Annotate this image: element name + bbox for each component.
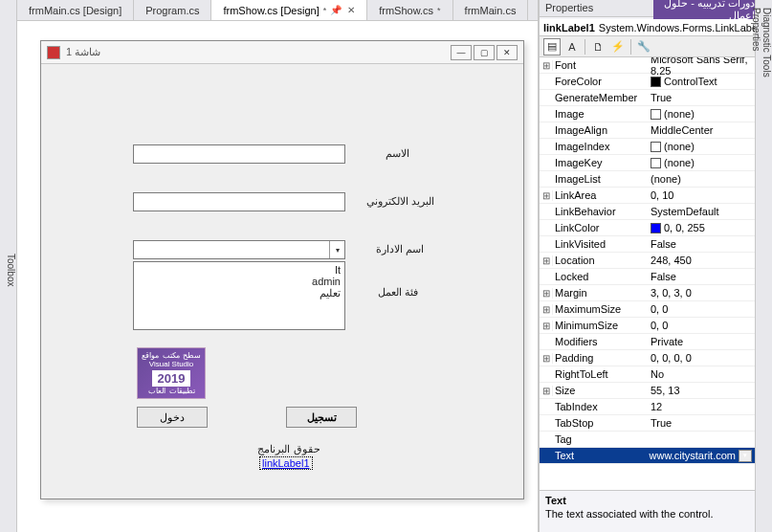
property-value[interactable]: 0, 10 [647,189,755,201]
property-value[interactable]: 248, 450 [647,255,755,266]
property-value[interactable]: MiddleCenter [647,124,755,136]
categorized-button[interactable]: ▤ [543,38,561,55]
property-row[interactable]: LinkColor0, 0, 255 [540,220,755,236]
expand-icon[interactable]: ⊞ [540,288,553,299]
property-value[interactable]: www.citystarit.com▾ [646,450,755,462]
property-row[interactable]: Tag [540,432,755,448]
properties-panel-title[interactable]: Properties [540,0,653,17]
property-grid[interactable]: ⊞FontMicrosoft Sans Serif, 8.25ForeColor… [540,57,755,490]
list-item[interactable]: تعليم [138,287,341,299]
property-row[interactable]: ImageAlignMiddleCenter [540,122,755,139]
property-value[interactable]: True [647,417,755,429]
panel-tab[interactable]: Diagnostic Tools [761,8,772,519]
document-tab[interactable]: frmMain.cs [453,0,529,20]
property-row[interactable]: ⊞Location248, 450 [540,253,755,269]
property-row[interactable]: ⊞Margin3, 0, 3, 0 [540,285,755,301]
color-swatch [651,158,661,168]
close-button[interactable]: ✕ [496,45,518,60]
property-pages-button[interactable]: 🔧 [635,38,652,55]
expand-icon[interactable]: ⊞ [540,60,553,71]
list-item[interactable]: It [138,264,341,276]
property-value[interactable]: 0, 0, 255 [647,222,755,233]
property-value[interactable]: 3, 0, 3, 0 [647,287,755,299]
property-row[interactable]: GenerateMemberTrue [540,90,755,106]
category-listbox[interactable]: Itadminتعليم [133,261,345,330]
expand-icon[interactable]: ⊞ [540,386,553,396]
property-row[interactable]: TabIndex12 [540,399,755,415]
document-tab[interactable]: frmShow.cs* [367,0,452,20]
property-row[interactable]: TabStopTrue [540,415,755,432]
property-row[interactable]: ForeColorControlText [540,74,755,90]
property-name: Font [553,59,647,71]
linklabel[interactable]: linkLabel1 [259,456,313,470]
property-row[interactable]: ⊞FontMicrosoft Sans Serif, 8.25 [540,57,755,74]
property-value[interactable]: Microsoft Sans Serif, 8.25 [647,57,755,77]
property-value[interactable]: No [647,368,755,380]
property-value[interactable]: (none) [647,108,755,120]
alphabetical-button[interactable]: A [563,38,581,55]
property-row[interactable]: ImageIndex(none) [540,139,755,155]
events-button[interactable]: ⚡ [609,38,627,55]
right-panel-tabs[interactable]: Diagnostic ToolsProperties [755,0,772,532]
property-row[interactable]: LockedFalse [540,269,755,285]
property-row[interactable]: ⊞MinimumSize0, 0 [540,318,755,334]
property-row[interactable]: ModifiersPrivate [540,334,755,350]
email-textbox[interactable] [133,192,345,211]
property-value[interactable]: False [647,238,755,250]
property-row[interactable]: LinkBehaviorSystemDefault [540,204,755,220]
login-button[interactable]: دخول [137,407,208,428]
property-row[interactable]: ImageKey(none) [540,155,755,171]
property-value[interactable]: 55, 13 [647,385,755,396]
property-value[interactable]: SystemDefault [647,206,755,217]
minimize-button[interactable]: — [451,45,472,60]
property-value[interactable]: ControlText [647,76,755,87]
toolbox-panel-tab[interactable]: Toolbox [0,0,17,532]
property-value[interactable]: 0, 0, 0, 0 [647,352,755,364]
property-value[interactable]: 0, 0 [647,303,755,315]
register-button[interactable]: تسجيل [286,407,357,428]
chevron-down-icon[interactable]: ▾ [739,450,752,462]
picturebox[interactable]: مواقعسطح مكتب Visual Studio 2019 العابتط… [137,347,206,399]
document-tab[interactable]: Program.cs [134,0,211,20]
dept-combobox[interactable]: ▾ [133,240,345,259]
chevron-down-icon[interactable]: ▾ [329,241,344,258]
expand-icon[interactable]: ⊞ [540,190,553,201]
maximize-button[interactable]: ▢ [474,45,495,60]
property-value[interactable]: False [647,271,755,282]
property-value[interactable]: True [647,92,755,103]
property-name: TabStop [553,417,647,429]
form-body[interactable]: الاسم البريد الالكتروني ▾ اسم الادارة It… [41,64,523,499]
expand-icon[interactable]: ⊞ [540,353,553,364]
form-window[interactable]: شاشة 1 — ▢ ✕ الاسم البريد الالكتروني ▾ ا… [40,40,524,499]
expand-icon[interactable]: ⊞ [540,304,553,315]
list-item[interactable]: admin [138,276,341,287]
close-icon[interactable]: ✕ [347,5,355,15]
property-row[interactable]: LinkVisitedFalse [540,236,755,253]
form-titlebar[interactable]: شاشة 1 — ▢ ✕ [41,41,523,64]
property-row[interactable]: ⊞Padding0, 0, 0, 0 [540,350,755,366]
name-label: الاسم [386,147,409,160]
property-row[interactable]: Image(none) [540,106,755,122]
property-row[interactable]: ImageList(none) [540,171,755,188]
document-tab[interactable]: frmShow.cs [Design]*📌✕ [211,0,367,20]
property-value[interactable]: (none) [647,141,755,152]
expand-icon[interactable]: ⊞ [540,255,553,266]
property-value[interactable]: Private [647,336,755,347]
property-row[interactable]: RightToLeftNo [540,366,755,383]
property-value[interactable]: 12 [647,401,755,412]
panel-tab[interactable]: Properties [751,8,761,519]
property-value[interactable]: (none) [647,173,755,185]
property-row[interactable]: ⊞LinkArea0, 10 [540,188,755,204]
document-tab[interactable]: frmMain.cs [Design] [17,0,134,20]
name-textbox[interactable] [133,144,345,164]
properties-button[interactable]: 🗋 [589,38,607,55]
property-row[interactable]: ⊞Size55, 13 [540,383,755,399]
designer-surface[interactable]: شاشة 1 — ▢ ✕ الاسم البريد الالكتروني ▾ ا… [17,21,538,532]
expand-icon[interactable]: ⊞ [540,321,553,331]
property-value[interactable]: (none) [647,157,755,168]
pin-icon[interactable]: 📌 [330,5,342,15]
object-selector[interactable]: linkLabel1 System.Windows.Forms.LinkLabe… [540,19,755,36]
property-row[interactable]: ⊞MaximumSize0, 0 [540,301,755,318]
property-value[interactable]: 0, 0 [647,320,755,331]
property-row[interactable]: Textwww.citystarit.com▾ [540,448,755,464]
